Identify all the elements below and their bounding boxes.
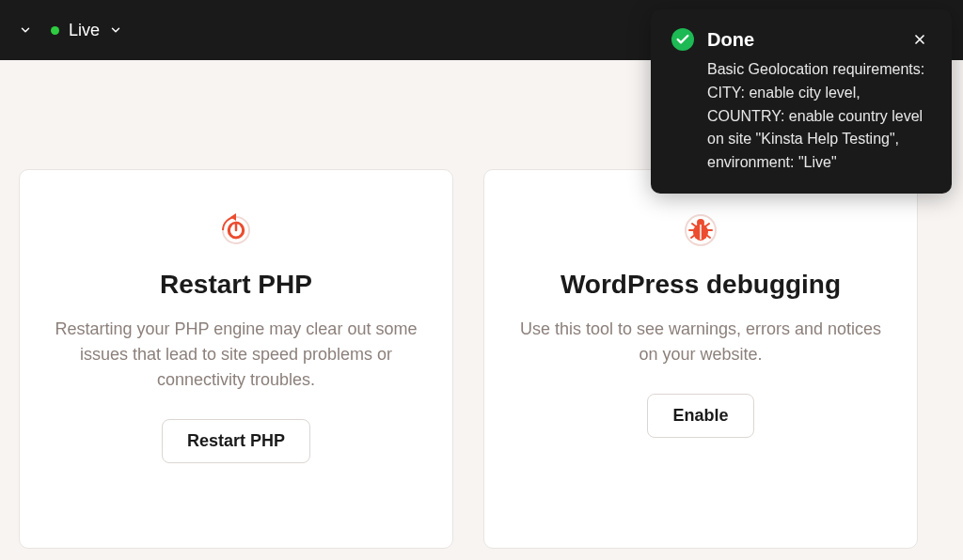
card-title: Restart PHP: [160, 270, 312, 300]
environment-selector[interactable]: Live: [51, 21, 122, 40]
restart-php-button[interactable]: Restart PHP: [162, 419, 310, 463]
wordpress-debugging-card: WordPress debugging Use this tool to see…: [483, 169, 918, 549]
toast-body: Basic Geolocation require­ments: CITY: e…: [707, 58, 931, 175]
toast-close-button[interactable]: [908, 28, 931, 51]
svg-line-13: [691, 235, 695, 238]
close-icon: [912, 32, 927, 47]
chevron-down-icon: [109, 23, 122, 37]
svg-line-16: [705, 224, 709, 226]
card-title: WordPress debugging: [560, 270, 841, 300]
toast-notification: Done Basic Geolocation require­ments: CI…: [651, 9, 952, 194]
svg-line-15: [692, 224, 696, 226]
status-dot-icon: [51, 26, 59, 35]
card-description: Restarting your PHP engine may clear out…: [53, 317, 419, 393]
success-check-icon: [671, 28, 694, 51]
toast-title: Done: [707, 29, 895, 51]
topbar-left: Live: [19, 21, 122, 40]
enable-debug-button[interactable]: Enable: [647, 394, 753, 438]
bug-icon: [678, 208, 723, 253]
svg-marker-4: [230, 213, 236, 221]
restart-php-card: Restart PHP Restarting your PHP engine m…: [19, 169, 453, 549]
site-selector-chevron-icon[interactable]: [19, 23, 32, 37]
card-description: Use this tool to see warnings, errors an…: [517, 317, 884, 367]
environment-label: Live: [69, 21, 100, 40]
power-icon: [213, 208, 259, 253]
svg-line-14: [706, 235, 710, 238]
toast-header: Done: [671, 28, 931, 51]
